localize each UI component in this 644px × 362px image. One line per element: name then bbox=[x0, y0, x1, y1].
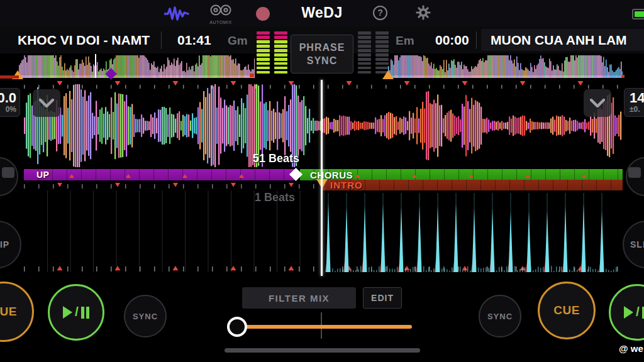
deck1-track-title[interactable]: KHOC VI DOI - NAMT bbox=[18, 33, 162, 48]
beat-triangle bbox=[182, 174, 187, 178]
deck1-tempo-display: 0.0 0% bbox=[0, 88, 20, 117]
divider bbox=[161, 31, 162, 49]
deck2-sync-label: SYNC bbox=[487, 312, 513, 321]
filter-mix-button[interactable]: FILTER MIX bbox=[242, 287, 356, 309]
deck1-key: Gm bbox=[228, 34, 248, 48]
deck2-overview-end-marker bbox=[621, 75, 625, 78]
automix-reels-icon bbox=[209, 3, 232, 17]
deck2-loop-icon bbox=[628, 167, 641, 178]
deck1-overview-end-marker bbox=[250, 74, 254, 77]
deck2-key: Em bbox=[396, 34, 414, 48]
deck1-sync-label: SYNC bbox=[133, 312, 158, 321]
app-title: WeDJ bbox=[301, 4, 343, 21]
edit-button[interactable]: EDIT bbox=[363, 287, 402, 309]
waveform-view-icon[interactable] bbox=[164, 6, 189, 22]
deck2-level-meter bbox=[358, 31, 389, 74]
deck1-cue-label: CUE bbox=[0, 305, 17, 319]
deck2-cue-button[interactable]: CUE bbox=[538, 282, 596, 339]
phrase-ticks bbox=[322, 180, 623, 190]
deck1-tempo-value: 0.0 bbox=[0, 91, 16, 105]
deck2-tempo-value: 14 bbox=[630, 91, 644, 105]
deck2-track-title[interactable]: MUON CUA ANH LAM bbox=[491, 33, 644, 48]
deck1-cue-button[interactable]: CUE bbox=[0, 282, 34, 342]
phrase-sync-line1: PHRASE bbox=[299, 41, 345, 54]
settings-gear-icon[interactable] bbox=[416, 5, 431, 20]
beat-triangle bbox=[469, 174, 474, 178]
deck2-beats-count: 1 Beats bbox=[255, 191, 295, 204]
phrase-sync-line2: SYNC bbox=[307, 54, 337, 67]
beat-triangle bbox=[582, 174, 587, 178]
deck1-play-pause-button[interactable]: / bbox=[48, 284, 104, 341]
deck1-elapsed-time: 01:41 bbox=[177, 33, 211, 48]
center-playhead bbox=[321, 80, 323, 276]
deck1-beats-count: 51 Beats bbox=[253, 152, 299, 165]
play-pause-icon: / bbox=[63, 305, 89, 320]
crossfader-knob[interactable] bbox=[227, 317, 247, 337]
deck1-overview-waveform[interactable] bbox=[19, 54, 255, 78]
deck1-level-meter bbox=[257, 31, 287, 74]
edit-label: EDIT bbox=[371, 293, 394, 303]
deck2-tempo-range: ±0. bbox=[630, 105, 644, 114]
record-button[interactable] bbox=[256, 7, 270, 21]
battery-icon bbox=[632, 9, 644, 19]
chevron-down-icon bbox=[39, 99, 54, 107]
phrase-ticks bbox=[24, 169, 296, 180]
divider bbox=[476, 31, 477, 49]
help-icon[interactable]: ? bbox=[373, 6, 387, 20]
deck2-play-pause-button[interactable]: / bbox=[609, 284, 644, 341]
play-pause-icon: / bbox=[624, 305, 644, 320]
watermark-text: @ we bbox=[619, 343, 643, 354]
wedj-app-screen: AUTOMIX WeDJ ? KHOC VI DOI - NAMT 01:41 … bbox=[0, 0, 644, 362]
overview-left-red-strip bbox=[0, 75, 19, 79]
chevron-down-icon bbox=[590, 99, 605, 107]
deck1-phrase-chorus-bar: CHORUS bbox=[300, 169, 623, 180]
deck1-phrase-up-bar: UP bbox=[24, 169, 296, 180]
beat-triangle bbox=[525, 174, 530, 178]
deck2-slip-label: SLIP bbox=[630, 239, 644, 250]
beat-triangle bbox=[126, 174, 131, 178]
beat-triangle bbox=[412, 174, 417, 178]
beat-triangle bbox=[355, 174, 360, 178]
deck2-elapsed-time: 00:00 bbox=[435, 33, 469, 48]
filter-mix-label: FILTER MIX bbox=[269, 293, 330, 304]
phrase-intro-label: INTRO bbox=[330, 180, 363, 190]
phrase-up-label: UP bbox=[36, 170, 49, 180]
deck2-collapse-button[interactable] bbox=[584, 89, 611, 117]
deck2-overview-waveform[interactable] bbox=[388, 54, 623, 78]
automix-button[interactable]: AUTOMIX bbox=[208, 3, 234, 25]
beat-triangle bbox=[239, 174, 244, 178]
deck1-tempo-range: 0% bbox=[0, 105, 16, 114]
deck1-sync-button[interactable]: SYNC bbox=[124, 295, 167, 337]
home-indicator-bar bbox=[225, 348, 420, 353]
deck2-tempo-display: 14 ±0. bbox=[624, 88, 644, 117]
deck2-cue-label: CUE bbox=[553, 304, 580, 317]
deck1-collapse-button[interactable] bbox=[33, 89, 60, 117]
deck1-overview-playhead bbox=[95, 54, 96, 78]
phrase-sync-button[interactable]: PHRASE SYNC bbox=[291, 35, 353, 74]
deck2-sync-button[interactable]: SYNC bbox=[479, 295, 521, 337]
deck2-overview-position-marker bbox=[382, 70, 394, 79]
deck1-loop-icon bbox=[2, 167, 14, 178]
deck1-slip-label: SLIP bbox=[0, 239, 9, 250]
crossfader-track[interactable] bbox=[241, 325, 412, 329]
beat-triangle bbox=[69, 174, 74, 178]
automix-label: AUTOMIX bbox=[208, 20, 234, 25]
deck2-phrase-intro-bar: INTRO bbox=[322, 180, 623, 190]
